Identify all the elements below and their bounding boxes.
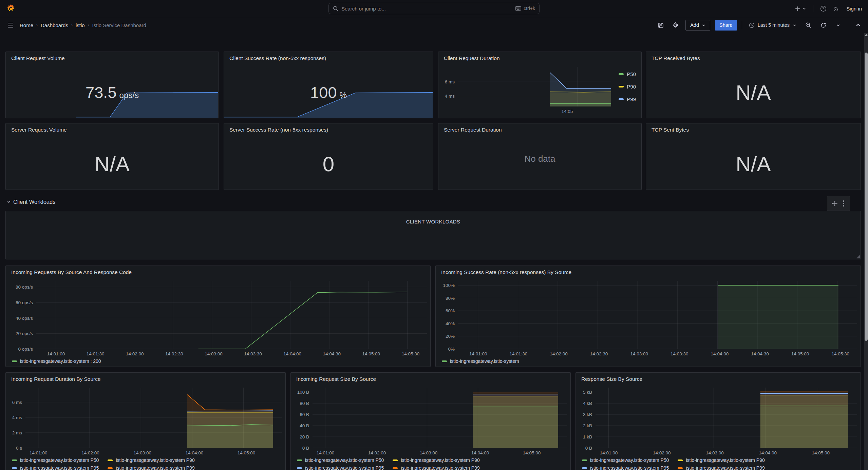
chart-plot[interactable] [36, 281, 427, 349]
panel-title[interactable]: TCP Received Bytes [646, 52, 861, 63]
legend-item[interactable]: istio-ingressgateway.istio-system P99 [393, 465, 479, 470]
panel-client-success-rate: Client Success Rate (non-5xx responses) … [224, 52, 433, 118]
panel-title[interactable]: Client Request Duration [438, 52, 641, 63]
panel-title[interactable]: Server Success Rate (non-5xx responses) [224, 123, 433, 134]
grafana-logo-icon[interactable] [6, 4, 15, 13]
time-range-picker[interactable]: Last 5 minutes [747, 20, 798, 31]
x-tick-label: 14:02:00 [126, 351, 144, 356]
y-tick-label: 0 s [16, 446, 22, 451]
search-input[interactable]: ctrl+k [328, 3, 540, 14]
chart-plot[interactable] [596, 388, 857, 448]
chart-plot[interactable] [458, 281, 857, 349]
menu-toggle-button[interactable] [5, 19, 16, 31]
x-tick-label: 14:03:00 [706, 450, 724, 455]
x-tick-label: 14:02:00 [653, 450, 671, 455]
legend-label: P50 [627, 71, 636, 77]
move-panel-icon[interactable] [831, 200, 838, 207]
kiosk-collapse-button[interactable] [853, 20, 863, 30]
y-axis: 5 kB4 kB3 kB2 kB1 kB0 B [576, 388, 596, 448]
legend-item[interactable]: istio-ingressgateway.istio-system P99 [108, 465, 194, 470]
panel-title[interactable]: Incoming Request Duration By Source [6, 373, 285, 384]
legend-item[interactable]: P90 [619, 84, 636, 90]
y-axis: 80 ops/s60 ops/s40 ops/s20 ops/s0 ops/s [6, 281, 36, 349]
breadcrumb-home[interactable]: Home [20, 22, 33, 28]
refresh-button[interactable] [818, 20, 828, 30]
x-axis: 14:05 [458, 106, 598, 115]
share-button[interactable]: Share [715, 20, 737, 31]
y-tick-label: 2 ms [12, 430, 22, 435]
panel-title[interactable]: Incoming Success Rate (non-5xx responses… [436, 266, 861, 277]
chevron-up-icon [856, 23, 861, 27]
new-menu-button[interactable] [795, 6, 806, 12]
panel-title[interactable]: Incoming Request Size By Source [291, 373, 570, 384]
scroll-up-arrow-icon[interactable] [865, 34, 868, 36]
y-tick-label: 20% [446, 334, 455, 339]
save-dashboard-button[interactable] [656, 20, 666, 30]
y-tick-label: 0 B [585, 446, 592, 451]
x-tick-label: 14:02:30 [165, 351, 183, 356]
legend-item[interactable]: istio-ingressgateway.istio-system : 200 [12, 358, 101, 364]
legend-item[interactable]: P50 [619, 71, 636, 77]
refresh-interval-dropdown[interactable] [833, 20, 843, 30]
legend-item[interactable]: P99 [619, 96, 636, 102]
panel-title[interactable]: Response Size By Source [576, 373, 861, 384]
x-axis: 14:01:0014:01:3014:02:0014:02:3014:03:00… [36, 349, 430, 358]
news-rss-icon[interactable] [833, 5, 839, 12]
x-axis: 14:01:0014:02:0014:03:0014:04:0014:05:00 [596, 448, 861, 457]
help-icon[interactable] [820, 5, 827, 12]
legend-swatch-icon [393, 467, 398, 469]
panel-hover-toolbar [827, 196, 850, 211]
legend-swatch-icon [12, 360, 17, 362]
row-client-workloads[interactable]: Client Workloads [7, 196, 55, 208]
add-panel-button[interactable]: Add [685, 20, 710, 31]
panel-menu-icon[interactable] [842, 199, 846, 208]
y-tick-label: 4 kB [583, 401, 592, 406]
legend-item[interactable]: istio-ingressgateway.istio-system P50 [582, 457, 669, 463]
chevron-down-icon [702, 23, 705, 27]
chart-plot[interactable] [25, 388, 282, 448]
legend-item[interactable]: istio-ingressgateway.istio-system P90 [678, 457, 765, 463]
panel-incoming-request-size: Incoming Request Size By Source 100 B80 … [290, 372, 571, 470]
y-tick-label: 20 B [300, 434, 309, 439]
sign-in-link[interactable]: Sign in [846, 6, 862, 12]
y-axis: 6 ms4 ms [438, 67, 458, 106]
y-tick-label: 60% [446, 308, 455, 313]
grafana-dashboard: ctrl+k [0, 0, 868, 470]
x-tick-label: 14:04:00 [759, 450, 777, 455]
chevron-right-icon: › [71, 23, 73, 27]
legend-item[interactable]: istio-ingressgateway.istio-system P95 [297, 465, 384, 470]
x-axis: 14:01:0014:01:3014:02:0014:02:3014:03:00… [458, 349, 861, 358]
legend-item[interactable]: istio-ingressgateway.istio-system P95 [12, 465, 99, 470]
panel-title[interactable]: Server Request Volume [6, 123, 219, 134]
legend-item[interactable]: istio-ingressgateway.istio-system P50 [297, 457, 384, 463]
scrollbar[interactable] [864, 33, 868, 470]
y-tick-label: 100 B [297, 390, 309, 395]
zoom-out-time-button[interactable] [803, 20, 813, 30]
dashboard-settings-button[interactable] [671, 20, 681, 30]
legend-item[interactable]: istio-ingressgateway.istio-system P50 [12, 457, 99, 463]
x-tick-label: 14:03:00 [630, 351, 648, 356]
scrollbar-thumb[interactable] [865, 53, 868, 341]
legend-item[interactable]: istio-ingressgateway.istio-system P95 [582, 465, 669, 470]
panel-title[interactable]: TCP Sent Bytes [646, 123, 861, 134]
breadcrumb-folder[interactable]: istio [76, 22, 85, 28]
panel-resize-handle[interactable] [856, 255, 860, 258]
panel-incoming-success-rate: Incoming Success Rate (non-5xx responses… [435, 266, 861, 367]
legend-swatch-icon [108, 459, 113, 461]
legend-item[interactable]: istio-ingressgateway.istio-system P90 [108, 457, 194, 463]
chart-plot[interactable] [458, 67, 611, 106]
legend-item[interactable]: istio-ingressgateway.istio-system P99 [678, 465, 765, 470]
panel-title[interactable]: Incoming Requests By Source And Response… [6, 266, 430, 277]
chart-plot[interactable] [313, 388, 567, 448]
legend-item[interactable]: istio-ingressgateway.istio-system [442, 358, 519, 364]
y-tick-label: 0 ops/s [18, 347, 33, 352]
x-tick-label: 14:02:30 [590, 351, 608, 356]
y-tick-label: 20 ops/s [16, 331, 33, 336]
x-tick-label: 14:02:00 [550, 351, 568, 356]
x-tick-label: 14:01:00 [47, 351, 65, 356]
legend-swatch-icon [678, 459, 683, 461]
search-shortcut: ctrl+k [515, 6, 535, 11]
legend-item[interactable]: istio-ingressgateway.istio-system P90 [393, 457, 479, 463]
search-field[interactable] [341, 6, 512, 12]
breadcrumb-dashboards[interactable]: Dashboards [41, 22, 68, 28]
